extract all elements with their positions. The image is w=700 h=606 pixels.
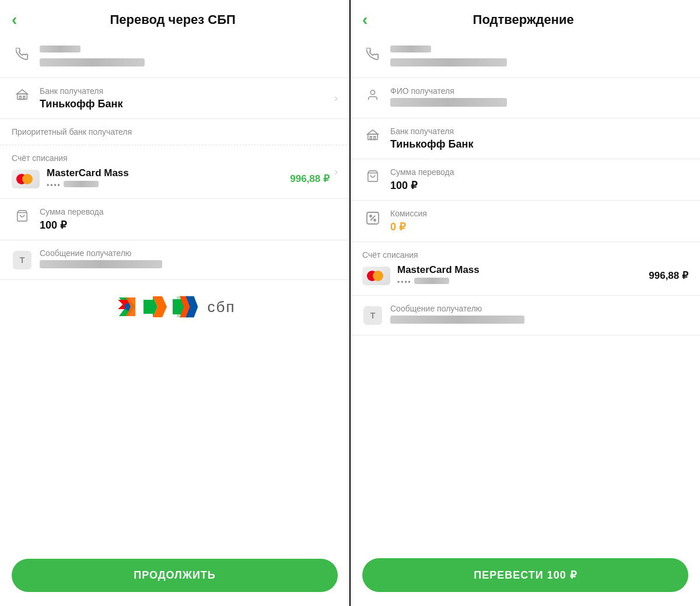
right-card-name: MasterCard Mass (397, 264, 649, 276)
right-panel: ‹ Подтверждение ФИ (351, 0, 700, 606)
sbp-logo: сбп (114, 294, 236, 320)
right-person-label: ФИО получателя (390, 86, 688, 96)
right-card-label: Счёт списания (362, 250, 688, 260)
transfer-button[interactable]: ПЕРЕВЕСТИ 100 ₽ (362, 558, 688, 592)
right-commission-value: 0 ₽ (390, 220, 688, 233)
left-bank-label: Банк получателя (40, 86, 330, 96)
left-amount-content: Сумма перевода 100 ₽ (33, 207, 338, 232)
left-bank-row[interactable]: Банк получателя Тинькофф Банк › (0, 78, 349, 119)
right-amount-label: Сумма перевода (390, 167, 688, 177)
left-panel-title: Перевод через СБП (24, 12, 321, 27)
left-card-icon (12, 170, 40, 188)
sbp-text-label: сбп (208, 298, 236, 316)
right-header: ‹ Подтверждение (351, 0, 700, 37)
t-icon-box: T (13, 251, 32, 269)
left-card-dots: •••• (47, 181, 61, 190)
svg-rect-15 (370, 136, 372, 140)
left-card-balance: 996,88 ₽ (290, 173, 330, 185)
right-bank-row: Банк получателя Тинькофф Банк (351, 118, 700, 159)
phone-icon (12, 48, 33, 61)
right-card-content: Счёт списания MasterCard Mass •••• 996,8… (362, 250, 688, 287)
right-phone-blur2 (390, 58, 507, 66)
left-bank-chevron: › (334, 92, 338, 104)
left-priority-label: Приоритетный банк получателя (12, 127, 338, 136)
sbp-arrows-icon (173, 294, 203, 320)
svg-marker-14 (368, 130, 378, 134)
right-card-number: •••• (397, 278, 649, 287)
svg-rect-16 (374, 136, 376, 140)
right-person-blur (390, 98, 507, 107)
svg-point-12 (370, 90, 374, 94)
right-t-icon-box: T (363, 306, 382, 325)
right-phone-content (383, 45, 688, 69)
sbp-icon (142, 294, 168, 320)
left-header: ‹ Перевод через СБП (0, 0, 349, 37)
right-message-content: Сообщение получателю (383, 304, 688, 327)
right-message-label: Сообщение получателю (390, 304, 688, 313)
phone-blur-line1 (40, 45, 80, 52)
svg-rect-0 (18, 94, 27, 99)
right-message-T-icon: T (362, 306, 383, 325)
phone-blur-line2 (40, 58, 145, 66)
svg-point-20 (370, 215, 372, 217)
left-card-row-inner: MasterCard Mass •••• 996,88 ₽ (12, 167, 330, 190)
right-bank-content: Банк получателя Тинькофф Банк (383, 127, 688, 150)
left-bank-value: Тинькофф Банк (40, 98, 330, 110)
right-commission-content: Комиссия 0 ₽ (383, 209, 688, 233)
left-panel: ‹ Перевод через СБП (0, 0, 351, 606)
right-rows: ФИО получателя Банк получателя Тинькофф … (351, 37, 700, 606)
right-card-balance: 996,88 ₽ (649, 269, 688, 282)
right-bag-icon (362, 170, 383, 183)
right-card-row-inner: MasterCard Mass •••• 996,88 ₽ (362, 264, 688, 287)
right-commission-label: Комиссия (390, 209, 688, 218)
svg-marker-1 (17, 90, 27, 94)
left-btn-container: ПРОДОЛЖИТЬ (0, 549, 349, 606)
right-message-row: T Сообщение получателю (351, 296, 700, 335)
right-card-details: MasterCard Mass •••• (397, 264, 649, 287)
right-bank-icon (362, 129, 383, 142)
svg-rect-13 (368, 134, 378, 139)
left-card-details: MasterCard Mass •••• (47, 167, 290, 190)
left-amount-label: Сумма перевода (40, 207, 338, 216)
left-card-row[interactable]: Счёт списания MasterCard Mass •••• 996,8… (0, 145, 349, 199)
left-message-content: Сообщение получателю (33, 248, 338, 271)
right-card-num-blur (414, 278, 449, 284)
continue-button[interactable]: ПРОДОЛЖИТЬ (12, 559, 338, 592)
right-card-icon (362, 267, 390, 285)
left-card-content: Счёт списания MasterCard Mass •••• 996,8… (12, 153, 330, 190)
left-back-button[interactable]: ‹ (12, 12, 17, 28)
right-card-dots: •••• (397, 278, 412, 286)
right-commission-row: Комиссия 0 ₽ (351, 201, 700, 242)
right-person-row: ФИО получателя (351, 78, 700, 118)
left-message-blur (40, 260, 162, 268)
left-card-number: •••• (47, 181, 290, 190)
sbp-logo-container: сбп (0, 280, 349, 334)
left-phone-content (33, 45, 338, 69)
left-card-num-blur (64, 181, 99, 187)
sbp-arrow-icon (114, 295, 138, 318)
left-message-label: Сообщение получателю (40, 248, 338, 258)
left-message-row: T Сообщение получателю (0, 240, 349, 280)
person-icon (362, 89, 383, 101)
left-phone-row (0, 37, 349, 78)
right-btn-container: ПЕРЕВЕСТИ 100 ₽ (351, 549, 700, 606)
bank-icon (12, 89, 33, 101)
left-priority-row: Приоритетный банк получателя (0, 119, 349, 145)
right-person-content: ФИО получателя (383, 86, 688, 110)
right-phone-row (351, 37, 700, 78)
right-phone-icon (362, 48, 383, 61)
right-back-button[interactable]: ‹ (362, 12, 368, 28)
right-message-blur (390, 316, 524, 324)
left-amount-value: 100 ₽ (40, 219, 338, 232)
left-card-name: MasterCard Mass (47, 167, 290, 179)
right-bank-value: Тинькофф Банк (390, 138, 688, 150)
right-amount-row: Сумма перевода 100 ₽ (351, 159, 700, 201)
right-amount-content: Сумма перевода 100 ₽ (383, 167, 688, 192)
left-card-chevron: › (334, 166, 338, 178)
percent-icon (362, 211, 383, 225)
svg-rect-3 (23, 96, 25, 100)
right-phone-blur1 (390, 45, 431, 52)
right-card-row: Счёт списания MasterCard Mass •••• 996,8… (351, 242, 700, 296)
right-amount-value: 100 ₽ (390, 179, 688, 192)
svg-rect-2 (19, 96, 21, 100)
